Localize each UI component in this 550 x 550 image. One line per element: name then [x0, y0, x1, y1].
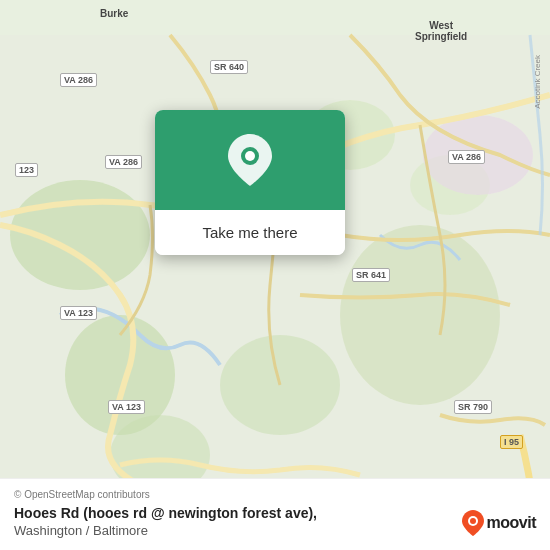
moovit-logo: moovit — [462, 510, 536, 536]
location-subtitle: Washington / Baltimore — [14, 523, 536, 538]
road-label-va123-bot: VA 123 — [108, 400, 145, 414]
bottom-bar: © OpenStreetMap contributors Hooes Rd (h… — [0, 478, 550, 550]
take-me-there-button[interactable]: Take me there — [155, 210, 345, 255]
svg-point-3 — [340, 225, 500, 405]
location-title: Hooes Rd (hooes rd @ newington forest av… — [14, 505, 536, 521]
svg-point-10 — [245, 151, 255, 161]
road-label-sr640: SR 640 — [210, 60, 248, 74]
moovit-pin-icon — [462, 510, 484, 536]
road-label-va286-mid: VA 286 — [105, 155, 142, 169]
road-label-i95: I 95 — [500, 435, 523, 449]
location-pin-icon — [228, 134, 272, 186]
road-label-va286-right: VA 286 — [448, 150, 485, 164]
road-label-va286-top: VA 286 — [60, 73, 97, 87]
road-label-sr790: SR 790 — [454, 400, 492, 414]
map-container: VA 286 SR 640 VA 286 123 VA 286 SR 641 V… — [0, 0, 550, 550]
popup-card: Take me there — [155, 110, 345, 255]
moovit-text: moovit — [487, 514, 536, 532]
road-label-123: 123 — [15, 163, 38, 177]
place-label-burke: Burke — [100, 8, 128, 19]
road-label-sr641: SR 641 — [352, 268, 390, 282]
popup-map-area — [155, 110, 345, 210]
place-label-accotink: Accotink Creek — [533, 55, 542, 109]
road-label-va123-mid: VA 123 — [60, 306, 97, 320]
place-label-west-springfield: WestSpringfield — [415, 20, 467, 42]
osm-credit: © OpenStreetMap contributors — [14, 489, 536, 500]
svg-point-12 — [470, 518, 476, 524]
